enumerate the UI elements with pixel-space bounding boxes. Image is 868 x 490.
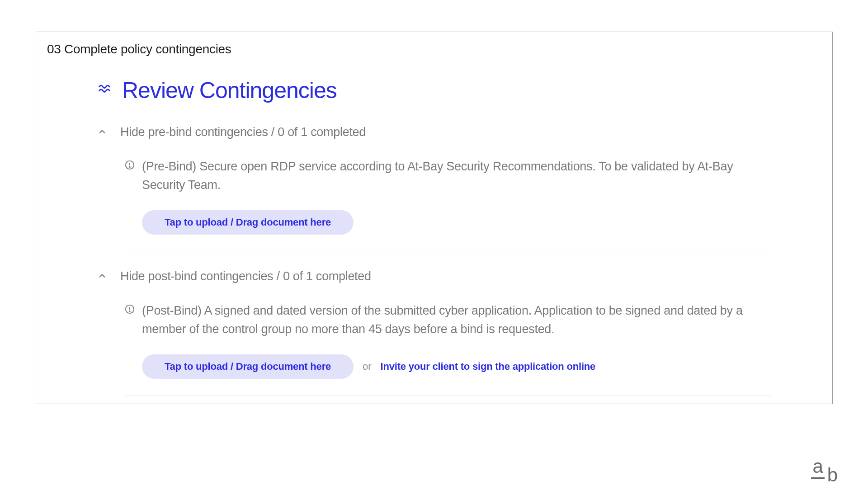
chevron-up-icon [98, 271, 107, 282]
post-bind-section-label: Hide post-bind contingencies / 0 of 1 co… [120, 269, 371, 283]
contingencies-panel: 03 Complete policy contingencies Review … [36, 32, 833, 404]
contingency-row: (Pre-Bind) Secure open RDP service accor… [125, 157, 771, 194]
logo-a: a [811, 457, 825, 479]
brand-logo: a b [811, 457, 837, 479]
invite-client-link[interactable]: Invite your client to sign the applicati… [381, 361, 595, 372]
step-header: 03 Complete policy contingencies [36, 32, 832, 65]
logo-a-text: a [812, 457, 822, 476]
page-title: Review Contingencies [122, 77, 337, 104]
action-row: Tap to upload / Drag document here or In… [125, 354, 771, 379]
alert-icon [125, 304, 135, 316]
contingency-item: (Pre-Bind) Secure open RDP service accor… [98, 157, 771, 235]
contingency-item: (Post-Bind) A signed and dated version o… [98, 302, 771, 379]
post-bind-section-toggle[interactable]: Hide post-bind contingencies / 0 of 1 co… [98, 269, 771, 283]
chevron-up-icon [98, 127, 107, 138]
divider [125, 251, 771, 251]
logo-b-text: b [827, 466, 837, 485]
contingency-row: (Post-Bind) A signed and dated version o… [125, 302, 771, 338]
svg-point-5 [129, 311, 130, 312]
title-row: Review Contingencies [98, 77, 771, 104]
squiggle-icon [98, 83, 111, 98]
contingency-text: (Pre-Bind) Secure open RDP service accor… [142, 157, 771, 194]
divider [125, 395, 771, 396]
upload-button[interactable]: Tap to upload / Drag document here [142, 354, 354, 379]
or-label: or [363, 361, 372, 372]
action-row: Tap to upload / Drag document here [125, 210, 771, 235]
upload-button[interactable]: Tap to upload / Drag document here [142, 210, 354, 235]
alert-icon [125, 160, 135, 172]
pre-bind-section-toggle[interactable]: Hide pre-bind contingencies / 0 of 1 com… [98, 125, 771, 139]
contingency-text: (Post-Bind) A signed and dated version o… [142, 302, 771, 338]
logo-underline [811, 477, 825, 479]
pre-bind-section-label: Hide pre-bind contingencies / 0 of 1 com… [120, 125, 366, 139]
content-area: Review Contingencies Hide pre-bind conti… [36, 77, 832, 396]
svg-point-2 [129, 167, 130, 168]
